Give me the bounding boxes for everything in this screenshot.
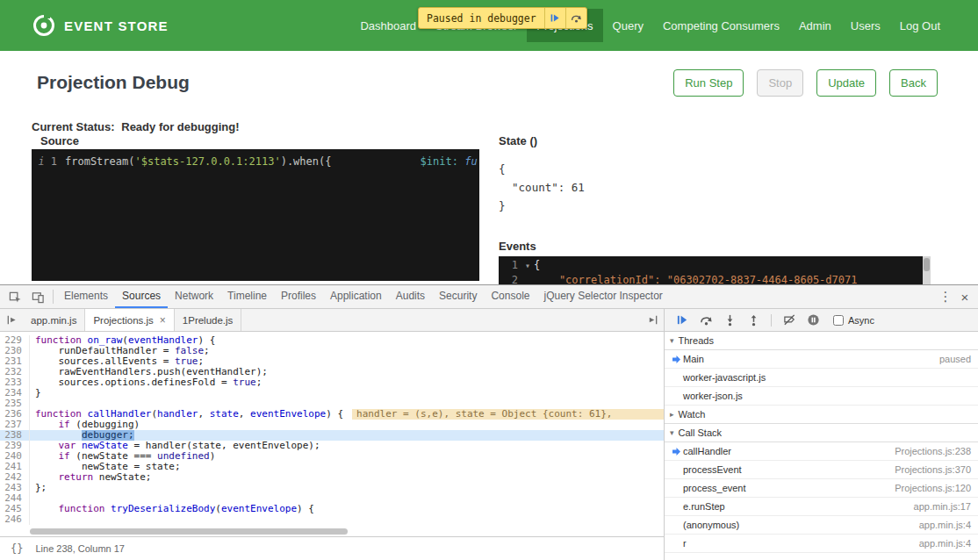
fold-caret-icon[interactable]: ▾	[521, 261, 534, 270]
code-line-content	[30, 493, 664, 504]
code-token: ;	[198, 356, 204, 367]
step-over-button[interactable]	[695, 311, 716, 330]
run-step-button[interactable]: Run Step	[673, 69, 744, 97]
frame-location: Projections.js:370	[895, 464, 971, 475]
events-editor[interactable]: 1▾{2 "correlationId": "06302702-8837-446…	[499, 256, 931, 284]
file-tab-projections-js[interactable]: Projections.js×	[85, 309, 174, 331]
update-button[interactable]: Update	[816, 69, 876, 97]
source-code-token: $init:	[421, 155, 458, 168]
events-heading: Events	[499, 240, 536, 253]
code-line-content	[30, 398, 664, 409]
step-out-button[interactable]	[743, 311, 764, 330]
devtools-menu-icon[interactable]: ⋮	[936, 289, 955, 305]
stop-button[interactable]: Stop	[757, 69, 803, 97]
callstack-frame[interactable]: processEventProjections.js:370	[665, 461, 978, 479]
callstack-section-header[interactable]: ▾ Call Stack	[665, 424, 978, 442]
callstack-frame[interactable]: rapp.min.js:4	[665, 535, 978, 553]
pretty-print-button[interactable]: {}	[11, 542, 23, 555]
code-line-content: var newState = handler(state, eventEnvel…	[30, 441, 664, 451]
nav-item-admin[interactable]: Admin	[789, 9, 841, 42]
device-toolbar-button[interactable]	[26, 285, 49, 308]
source-editor[interactable]: i 1 fromStream('$stats-127.0.0.1:2113').…	[32, 149, 479, 281]
code-line-235: 235	[0, 398, 664, 409]
watch-section-header[interactable]: ▸ Watch	[665, 406, 978, 424]
show-navigator-icon[interactable]	[0, 309, 23, 331]
horizontal-scrollbar-thumb[interactable]	[30, 528, 348, 535]
back-button[interactable]: Back	[889, 69, 938, 97]
code-line-content: sources.options.definesFold = true;	[30, 377, 664, 388]
nav-item-query[interactable]: Query	[603, 9, 653, 42]
logo-text: EVENT STORE	[64, 18, 169, 33]
code-token: eventEnvelope	[250, 409, 326, 420]
devtools-tab-elements[interactable]: Elements	[57, 285, 115, 308]
frame-location: Projections.js:238	[895, 446, 971, 456]
events-scrollbar-thumb[interactable]	[924, 258, 930, 271]
code-line-content	[30, 514, 664, 525]
code-token: (	[151, 409, 157, 420]
collapse-caret-icon: ▾	[670, 336, 674, 345]
resume-script-overlay-button[interactable]	[544, 8, 565, 28]
thread-row[interactable]: worker-json.js	[665, 387, 978, 406]
devtools-tab-profiles[interactable]: Profiles	[274, 285, 323, 308]
inspect-element-button[interactable]	[4, 285, 26, 308]
devtools-tab-network[interactable]: Network	[168, 285, 220, 308]
code-editor[interactable]: 229function on_raw(eventHandler) {230 ru…	[0, 332, 664, 528]
code-token: )	[210, 451, 216, 462]
code-token: return	[59, 472, 94, 483]
pause-on-exceptions-button[interactable]	[802, 311, 823, 330]
code-token: = handler(state, eventEnvelope);	[128, 441, 320, 451]
devtools-tab-application[interactable]: Application	[323, 285, 389, 308]
state-json-line: {	[499, 160, 585, 178]
file-tab-1prelude-js[interactable]: 1Prelude.js	[175, 309, 242, 331]
nav-item-dashboard[interactable]: Dashboard	[350, 9, 426, 42]
code-line-238: 238 debugger;	[0, 430, 664, 441]
nav-item-competing-consumers[interactable]: Competing Consumers	[653, 9, 789, 42]
code-token: state	[210, 409, 239, 420]
eventstore-logo[interactable]: EVENT STORE	[32, 13, 169, 38]
devtools-body: app.min.jsProjections.js×1Prelude.js 229…	[0, 309, 978, 560]
code-token: function	[35, 409, 82, 420]
callstack-frame[interactable]: callHandlerProjections.js:238	[665, 442, 978, 461]
step-into-button[interactable]	[719, 311, 740, 330]
async-checkbox[interactable]	[833, 315, 844, 326]
devtools-tab-console[interactable]: Console	[484, 285, 536, 308]
app-header: EVENT STORE DashboardStream BrowserProje…	[0, 0, 978, 51]
nav-item-log-out[interactable]: Log Out	[890, 9, 950, 42]
code-token: sources.options.definesFold =	[35, 377, 233, 388]
file-tab-label: Projections.js	[93, 315, 153, 326]
step-over-overlay-button[interactable]	[565, 8, 586, 28]
code-token: (newState ===	[70, 451, 157, 462]
devtools-close-icon[interactable]: ×	[955, 290, 974, 305]
code-line-236: 236function callHandler(handler, state, …	[0, 409, 664, 420]
callstack-frame[interactable]: process_eventProjections.js:120	[665, 479, 978, 498]
close-tab-icon[interactable]: ×	[160, 314, 166, 327]
code-line-content: }	[30, 388, 664, 398]
devtools-tab-sources[interactable]: Sources	[115, 285, 168, 308]
callstack-frame[interactable]: (anonymous)app.min.js:4	[665, 516, 978, 535]
thread-row[interactable]: worker-javascript.js	[665, 369, 978, 387]
devtools-tab-timeline[interactable]: Timeline	[220, 285, 274, 308]
nav-item-users[interactable]: Users	[841, 9, 890, 42]
resume-icon	[550, 12, 561, 24]
line-number[interactable]: 246	[0, 514, 30, 525]
events-line-content: "correlationId": "06302702-8837-4464-860…	[534, 274, 857, 284]
events-scrollbar[interactable]	[923, 256, 931, 284]
show-sidebar-icon[interactable]	[641, 309, 664, 331]
horizontal-scrollbar[interactable]	[0, 528, 664, 536]
deactivate-breakpoints-button[interactable]	[779, 311, 800, 330]
resume-script-button[interactable]	[672, 311, 693, 330]
devtools-tab-jquery-selector-inspector[interactable]: jQuery Selector Inspector	[536, 285, 669, 308]
expand-caret-icon: ▸	[670, 410, 674, 419]
thread-row[interactable]: Mainpaused	[665, 350, 978, 369]
devtools-tab-audits[interactable]: Audits	[389, 285, 432, 308]
callstack-frame[interactable]: e.runStepapp.min.js:17	[665, 498, 978, 516]
code-token: function	[35, 335, 82, 346]
file-tab-app-min-js[interactable]: app.min.js	[23, 309, 85, 331]
code-token: (	[215, 504, 221, 514]
code-token: ) {	[198, 335, 215, 346]
inline-value-annotation: handler = (s,e), state = Object {count: …	[352, 409, 664, 420]
devtools-tab-security[interactable]: Security	[432, 285, 484, 308]
threads-section-header[interactable]: ▾ Threads	[665, 332, 978, 350]
devtools-window-controls: ⋮ ×	[936, 289, 974, 305]
devtools-toolbar: ElementsSourcesNetworkTimelineProfilesAp…	[0, 285, 978, 309]
